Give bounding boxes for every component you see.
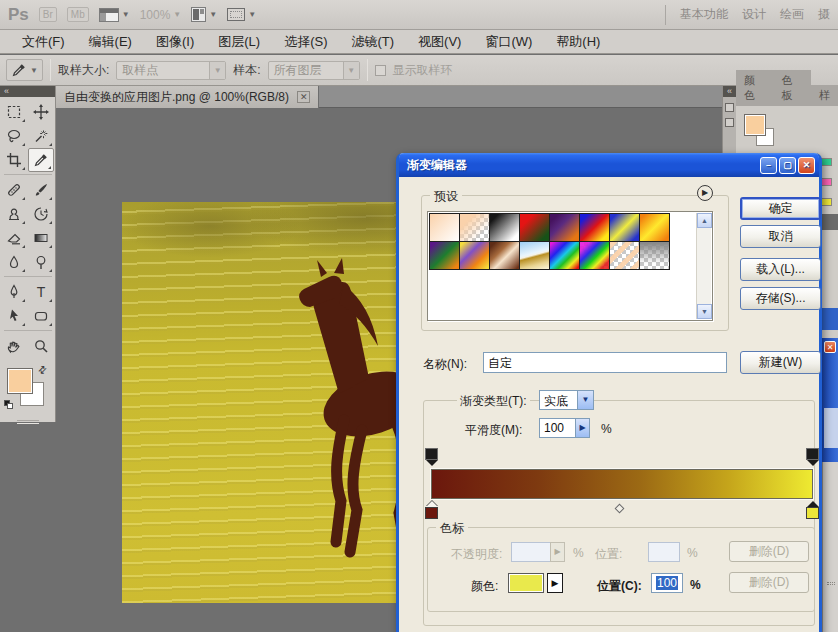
gradient-preset[interactable] [489, 241, 520, 270]
spinner-arrow-icon[interactable]: ▶ [575, 418, 590, 438]
save-button[interactable]: 存储(S)... [740, 287, 821, 310]
gradient-tool[interactable] [28, 226, 54, 250]
history-brush-tool[interactable] [28, 202, 54, 226]
bridge-button[interactable]: Br [39, 7, 57, 22]
show-sampling-ring-label: 显示取样环 [393, 62, 453, 79]
foreground-color-well[interactable] [7, 368, 33, 394]
gradient-preset[interactable] [609, 241, 640, 270]
presets-menu-button[interactable]: ▶ [697, 185, 713, 201]
menu-item[interactable]: 图层(L) [206, 30, 272, 54]
name-input[interactable]: 自定 [483, 352, 727, 373]
path-selection-tool[interactable] [1, 304, 27, 328]
workspace-chip[interactable]: 摄 [818, 6, 830, 23]
magic-wand-tool[interactable] [28, 124, 54, 148]
zoom-tool[interactable] [28, 334, 54, 358]
menu-item[interactable]: 编辑(E) [77, 30, 144, 54]
opacity-stop-right[interactable] [806, 448, 819, 466]
gradient-preset[interactable] [459, 241, 490, 270]
panel-tab[interactable]: 色板 [774, 70, 812, 106]
menu-item[interactable]: 帮助(H) [544, 30, 612, 54]
menu-item[interactable]: 文件(F) [10, 30, 77, 54]
color-stop-right[interactable] [806, 501, 819, 520]
dodge-tool[interactable] [28, 250, 54, 274]
close-button[interactable]: ✕ [798, 157, 815, 174]
panel-icon[interactable] [725, 103, 734, 112]
new-button[interactable]: 新建(W) [740, 351, 821, 374]
document-image[interactable] [122, 202, 434, 603]
gradient-preset[interactable] [549, 241, 580, 270]
gradient-preset[interactable] [429, 241, 460, 270]
chevron-down-icon[interactable]: ▼ [577, 390, 594, 410]
collapse-panel-button[interactable]: « [0, 86, 55, 97]
load-button[interactable]: 载入(L)... [740, 258, 821, 281]
default-colors-icon[interactable] [4, 400, 14, 409]
clone-stamp-tool[interactable] [1, 202, 27, 226]
panel-icon[interactable] [725, 118, 734, 127]
eyedropper-tool-preset[interactable]: ▼ [6, 59, 43, 81]
arrange-documents-button[interactable]: ▼ [191, 7, 217, 22]
zoom-level-dropdown[interactable]: 100%▼ [140, 8, 182, 22]
lasso-tool[interactable] [1, 124, 27, 148]
blur-tool[interactable] [1, 250, 27, 274]
gradient-preview-bar[interactable] [431, 469, 813, 499]
panel-tab-partial[interactable]: 样 [811, 85, 838, 106]
scroll-up-icon[interactable]: ▲ [697, 213, 712, 228]
type-tool[interactable]: T [28, 280, 54, 304]
screen-mode-button[interactable]: ▼ [227, 8, 256, 21]
document-tab[interactable]: 自由变换的应用图片.png @ 100%(RGB/8) ✕ [56, 86, 319, 108]
gradient-preset[interactable] [579, 241, 610, 270]
close-icon[interactable]: ✕ [824, 341, 836, 353]
menu-item[interactable]: 图像(I) [144, 30, 206, 54]
collapse-panels-button[interactable]: « [723, 86, 736, 97]
panel-tab[interactable]: 颜色 [736, 70, 774, 106]
move-tool[interactable] [28, 100, 54, 124]
ok-button[interactable]: 确定 [740, 197, 821, 220]
chevron-down-icon: ▼ [343, 62, 359, 79]
gradient-preset[interactable] [489, 213, 520, 242]
menu-item[interactable]: 视图(V) [406, 30, 473, 54]
smoothness-input[interactable]: 100 [539, 418, 576, 438]
menu-item[interactable]: 窗口(W) [473, 30, 544, 54]
color-menu-arrow-icon[interactable]: ▶ [547, 573, 563, 593]
panel-grip[interactable] [17, 420, 39, 424]
workspace-chip[interactable]: 绘画 [780, 6, 804, 23]
position-input[interactable]: 100 [651, 573, 683, 593]
gradient-preset[interactable] [429, 213, 460, 242]
hand-tool[interactable] [1, 334, 27, 358]
gradient-preset[interactable] [639, 213, 670, 242]
gradient-preset[interactable] [519, 213, 550, 242]
color-stop-left[interactable] [425, 501, 438, 520]
cancel-button[interactable]: 取消 [740, 225, 821, 248]
panel-foreground-swatch[interactable] [744, 114, 766, 136]
gradient-preset[interactable] [459, 213, 490, 242]
menu-item[interactable]: 滤镜(T) [339, 30, 406, 54]
menu-item[interactable]: 选择(S) [272, 30, 339, 54]
minimize-button[interactable]: – [760, 157, 777, 174]
mini-bridge-button[interactable]: Mb [67, 7, 89, 22]
marquee-tool[interactable] [1, 100, 27, 124]
eyedropper-tool[interactable] [28, 148, 54, 172]
gradient-preset[interactable] [609, 213, 640, 242]
eraser-tool[interactable] [1, 226, 27, 250]
gradient-preset[interactable] [549, 213, 580, 242]
brush-tool[interactable] [28, 178, 54, 202]
gradient-preset[interactable] [579, 213, 610, 242]
gradient-preset[interactable] [519, 241, 550, 270]
swap-colors-icon[interactable]: ⇄ [35, 363, 49, 377]
layout-picker-button[interactable]: ▼ [99, 8, 130, 22]
gradient-preset[interactable] [639, 241, 670, 270]
workspace-chip[interactable]: 基本功能 [680, 6, 728, 23]
scroll-down-icon[interactable]: ▼ [697, 304, 712, 319]
pen-tool[interactable] [1, 280, 27, 304]
gradient-type-value[interactable]: 实底 [539, 390, 578, 410]
maximize-button[interactable]: ▢ [779, 157, 796, 174]
dialog-title-bar[interactable]: 渐变编辑器 – ▢ ✕ [399, 153, 819, 177]
workspace-chip[interactable]: 设计 [742, 6, 766, 23]
healing-brush-tool[interactable] [1, 178, 27, 202]
opacity-stop-left[interactable] [425, 448, 438, 466]
stop-color-swatch[interactable] [508, 573, 544, 593]
presets-scrollbar[interactable]: ▲ ▼ [696, 213, 711, 319]
crop-tool[interactable] [1, 148, 27, 172]
close-tab-icon[interactable]: ✕ [297, 91, 311, 103]
shape-tool[interactable] [28, 304, 54, 328]
